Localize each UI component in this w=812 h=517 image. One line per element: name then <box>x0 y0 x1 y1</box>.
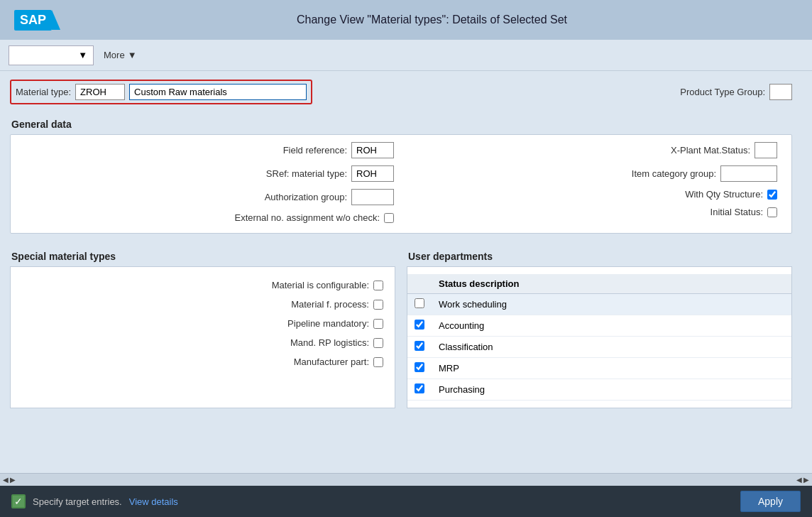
toolbar: ▼ More ▼ <box>0 40 812 71</box>
general-data-grid: Field reference: SRef: material type: Au… <box>11 135 791 233</box>
ext-no-row: External no. assignment w/o check: <box>25 212 394 223</box>
product-type-group-input[interactable] <box>769 84 792 100</box>
table-row: MRP <box>407 358 791 379</box>
view-details-link[interactable]: View details <box>129 496 178 507</box>
list-item: Manufacturer part: <box>36 357 383 367</box>
pipeline-checkbox[interactable] <box>373 319 383 329</box>
user-departments-card: Status description Work scheduling <box>407 266 792 408</box>
check-col-header <box>407 274 432 294</box>
scroll-area[interactable]: Material type: Product Type Group: Gener… <box>0 71 812 473</box>
special-material-card: Material is configurable: Material f. pr… <box>10 266 395 408</box>
process-checkbox[interactable] <box>373 300 383 310</box>
product-type-group: Product Type Group: <box>680 84 792 100</box>
row-checkbox-cell <box>407 337 432 358</box>
table-row: Classification <box>407 337 791 358</box>
user-departments-table: Status description Work scheduling <box>407 274 791 401</box>
list-item: Material f. process: <box>36 299 383 310</box>
ext-no-checkbox[interactable] <box>384 213 394 223</box>
user-departments-title: User departments <box>407 245 792 266</box>
x-plant-input[interactable] <box>755 142 777 158</box>
material-type-label: Material type: <box>16 87 71 97</box>
apply-button[interactable]: Apply <box>740 491 801 512</box>
more-label: More <box>104 50 125 60</box>
mand-rp-label: Mand. RP logistics: <box>290 337 369 348</box>
configurable-label: Material is configurable: <box>272 280 369 290</box>
purchasing-checkbox[interactable] <box>415 383 424 393</box>
classification-label: Classification <box>432 337 791 358</box>
auth-group-label: Authorization group: <box>265 192 347 202</box>
general-data-card: Field reference: SRef: material type: Au… <box>10 134 792 234</box>
process-label: Material f. process: <box>291 299 369 310</box>
initial-status-label: Initial Status: <box>710 207 763 217</box>
field-reference-row: Field reference: <box>25 142 394 158</box>
table-row: Accounting <box>407 315 791 337</box>
chevron-down-icon: ▼ <box>128 50 137 60</box>
auth-group-input[interactable] <box>351 189 394 205</box>
accounting-checkbox[interactable] <box>415 320 424 330</box>
work-scheduling-label: Work scheduling <box>432 294 791 315</box>
table-row: Work scheduling <box>407 294 791 315</box>
manufacturer-label: Manufacturer part: <box>294 357 369 367</box>
product-type-group-label: Product Type Group: <box>680 87 765 97</box>
material-type-name-input[interactable] <box>129 84 307 100</box>
scroll-right-icon[interactable]: ▶ <box>10 476 16 484</box>
special-material-title: Special material types <box>10 245 395 266</box>
material-type-row: Material type: Product Type Group: <box>10 80 792 104</box>
material-type-code-input[interactable] <box>75 84 125 100</box>
chevron-down-icon: ▼ <box>78 50 87 60</box>
item-category-row: Item category group: <box>408 165 777 182</box>
row-checkbox-cell <box>407 379 432 401</box>
item-category-input[interactable] <box>720 165 777 182</box>
classification-checkbox[interactable] <box>415 341 424 351</box>
general-data-title: General data <box>10 113 792 134</box>
with-qty-checkbox[interactable] <box>767 190 777 200</box>
item-category-label: Item category group: <box>632 168 716 179</box>
material-type-box: Material type: <box>10 80 312 104</box>
ext-no-label: External no. assignment w/o check: <box>235 212 380 223</box>
scroll-right3-icon[interactable]: ▶ <box>803 476 809 484</box>
more-menu[interactable]: More ▼ <box>99 47 141 63</box>
status-text: Specify target entries. <box>33 496 122 507</box>
sap-logo: SAP <box>14 10 52 31</box>
with-qty-row: With Qty Structure: <box>408 189 777 200</box>
x-plant-row: X-Plant Mat.Status: <box>408 142 777 158</box>
form-container: Material type: Product Type Group: Gener… <box>0 80 802 408</box>
x-plant-label: X-Plant Mat.Status: <box>671 145 750 156</box>
table-row: Purchasing <box>407 379 791 401</box>
list-item: Material is configurable: <box>36 280 383 290</box>
toolbar-dropdown[interactable]: ▼ <box>9 45 94 65</box>
list-item: Mand. RP logistics: <box>36 337 383 348</box>
mand-rp-checkbox[interactable] <box>373 338 383 348</box>
manufacturer-checkbox[interactable] <box>373 357 383 367</box>
field-reference-input[interactable] <box>351 142 394 158</box>
initial-status-checkbox[interactable] <box>767 207 777 217</box>
with-qty-label: With Qty Structure: <box>685 189 763 200</box>
scroll-left-icon[interactable]: ◀ <box>3 476 9 484</box>
initial-status-row: Initial Status: <box>408 207 777 217</box>
main-content: Material type: Product Type Group: Gener… <box>0 71 812 486</box>
configurable-checkbox[interactable] <box>373 281 383 290</box>
special-material-section: Special material types Material is confi… <box>10 245 395 408</box>
scroll-nav-bottom: ◀ ▶ ◀ ▶ <box>0 473 812 486</box>
lower-sections: Special material types Material is confi… <box>10 245 792 408</box>
row-checkbox-cell <box>407 294 432 315</box>
field-reference-label: Field reference: <box>283 145 347 156</box>
special-material-rows: Material is configurable: Material f. pr… <box>22 280 383 367</box>
status-check-icon: ✓ <box>11 494 26 508</box>
mrp-label: MRP <box>432 358 791 379</box>
purchasing-label: Purchasing <box>432 379 791 401</box>
auth-group-row: Authorization group: <box>25 189 394 205</box>
pipeline-label: Pipeline mandatory: <box>287 318 369 329</box>
row-checkbox-cell <box>407 315 432 337</box>
status-bar: ✓ Specify target entries. View details A… <box>0 486 812 517</box>
sref-row: SRef: material type: <box>25 165 394 182</box>
scroll-right2-icon[interactable]: ◀ <box>796 476 802 484</box>
mrp-checkbox[interactable] <box>415 362 424 372</box>
list-item: Pipeline mandatory: <box>36 318 383 329</box>
work-scheduling-checkbox[interactable] <box>415 298 424 308</box>
sref-label: SRef: material type: <box>266 168 347 179</box>
row-checkbox-cell <box>407 358 432 379</box>
header: SAP Change View "Material types": Detail… <box>0 0 812 40</box>
general-data-section: General data Field reference: SRef: mate… <box>10 113 792 234</box>
sref-input[interactable] <box>351 165 394 182</box>
